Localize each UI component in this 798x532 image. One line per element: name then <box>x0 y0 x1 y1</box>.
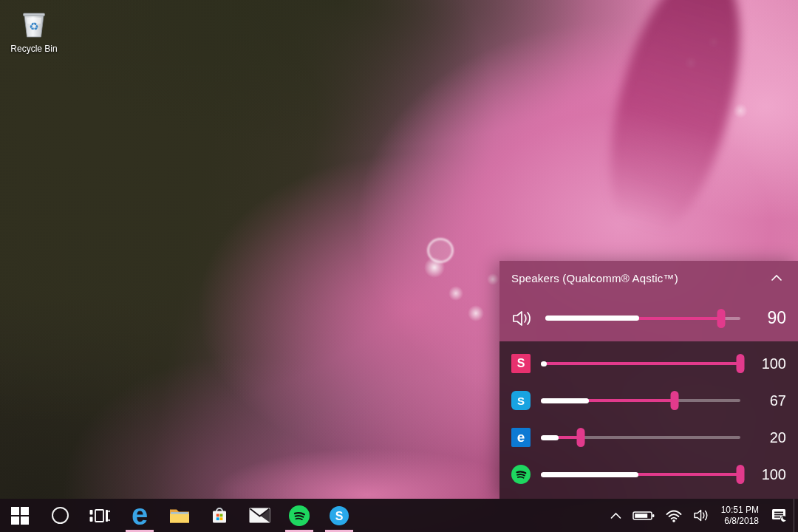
task-view-button[interactable] <box>80 499 120 532</box>
recycle-bin-label: Recycle Bin <box>4 44 64 54</box>
battery-icon <box>632 510 655 522</box>
app-volume-row-s: S 100 <box>499 345 798 382</box>
spotify-taskbar-button[interactable] <box>279 499 319 532</box>
clock[interactable]: 10:51 PM 6/8/2018 <box>717 505 765 527</box>
app-volume-row-edge: e 20 <box>499 419 798 456</box>
show-desktop-button[interactable] <box>794 499 798 532</box>
cortana-ring-icon <box>52 507 69 524</box>
slider-thumb[interactable] <box>670 391 678 410</box>
app-volume-row-spotify: 100 <box>499 456 798 493</box>
chevron-up-icon <box>771 274 782 282</box>
wifi-icon <box>665 509 683 522</box>
spotify-icon[interactable] <box>511 465 531 484</box>
cortana-button[interactable] <box>40 499 80 532</box>
slider-thumb[interactable] <box>717 309 725 328</box>
spotify-volume-slider[interactable] <box>541 463 740 485</box>
slider-fill <box>541 362 740 365</box>
edge-taskbar-button[interactable]: e <box>120 499 160 532</box>
slider-peak-meter <box>541 435 559 440</box>
skype-taskbar-button[interactable]: S <box>319 499 359 532</box>
battery-button[interactable] <box>627 499 660 532</box>
app-s-volume-value: 100 <box>752 355 786 372</box>
slider-peak-meter <box>541 361 547 366</box>
taskbar: e <box>0 499 798 532</box>
edge-icon: e <box>132 503 148 525</box>
task-view-icon <box>89 506 110 525</box>
app-s-letter: S <box>517 357 525 370</box>
clock-date: 6/8/2018 <box>721 516 759 527</box>
edge-letter: e <box>517 429 525 446</box>
master-volume-row: 90 <box>499 295 798 341</box>
system-tray: 10:51 PM 6/8/2018 <box>604 499 798 532</box>
svg-text:S: S <box>335 509 344 522</box>
volume-mixer-flyout: Speakers (Qualcomm® Aqstic™) <box>499 261 798 499</box>
action-center-button[interactable] <box>765 499 794 532</box>
start-button[interactable] <box>0 499 40 532</box>
network-button[interactable] <box>660 499 688 532</box>
slider-peak-meter <box>541 472 638 477</box>
hidden-icons-button[interactable] <box>604 499 627 532</box>
skype-icon[interactable]: S <box>511 391 531 410</box>
spotify-volume-value: 100 <box>752 466 786 483</box>
skype-volume-value: 67 <box>752 392 786 409</box>
mail-button[interactable] <box>239 499 279 532</box>
edge-volume-value: 20 <box>752 429 786 446</box>
windows-logo-icon <box>11 507 29 525</box>
slider-thumb[interactable] <box>577 428 585 447</box>
volume-device-section: Speakers (Qualcomm® Aqstic™) <box>499 261 798 341</box>
store-bag-icon <box>210 505 229 525</box>
app-volume-row-skype: S 67 <box>499 382 798 419</box>
file-explorer-button[interactable] <box>160 499 200 532</box>
skype-letter: S <box>517 395 525 407</box>
edge-icon[interactable]: e <box>511 428 531 447</box>
clock-time: 10:51 PM <box>721 505 759 516</box>
skype-icon: S <box>329 505 349 526</box>
master-volume-value: 90 <box>752 308 786 328</box>
speaker-icon[interactable] <box>511 309 535 328</box>
recycle-bin-shortcut[interactable]: ♻ Recycle Bin <box>4 6 64 54</box>
slider-thumb[interactable] <box>737 354 745 373</box>
svg-text:♻: ♻ <box>29 20 38 33</box>
store-button[interactable] <box>200 499 239 532</box>
slider-peak-meter <box>545 316 639 321</box>
volume-tray-button[interactable] <box>688 499 717 532</box>
mail-envelope-icon <box>249 508 270 523</box>
water-droplet-decoration <box>427 238 454 263</box>
app-s-tile-icon[interactable]: S <box>511 354 531 373</box>
desktop-screen: ♻ Recycle Bin Speakers (Qualcomm® Aqstic… <box>0 0 798 532</box>
master-volume-slider[interactable] <box>545 307 740 330</box>
slider-peak-meter <box>541 398 589 403</box>
recycle-bin-icon: ♻ <box>16 6 52 41</box>
audio-device-name[interactable]: Speakers (Qualcomm® Aqstic™) <box>511 272 678 284</box>
speaker-icon <box>693 508 712 522</box>
app-volumes-section: S 100 S <box>499 341 798 499</box>
collapse-flyout-button[interactable] <box>767 268 786 287</box>
skype-volume-slider[interactable] <box>541 389 740 412</box>
app-s-volume-slider[interactable] <box>541 352 740 375</box>
spotify-icon <box>289 505 310 526</box>
slider-thumb[interactable] <box>737 465 745 484</box>
chevron-up-icon <box>610 512 622 519</box>
edge-volume-slider[interactable] <box>541 426 740 449</box>
folder-icon <box>168 507 191 525</box>
action-center-icon <box>770 506 788 525</box>
